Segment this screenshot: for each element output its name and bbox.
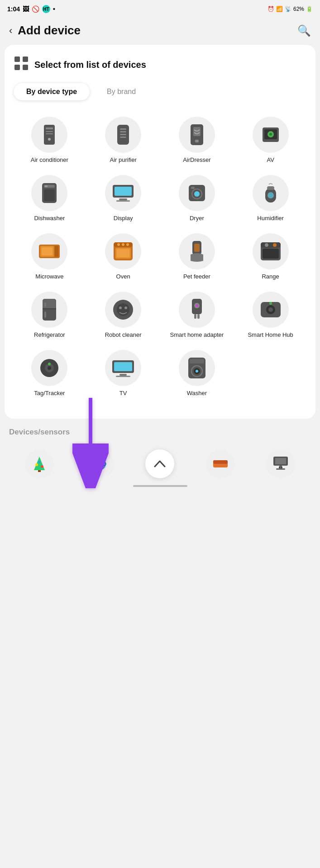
device-item-airdresser[interactable]: AirDresser [161,113,233,168]
svg-rect-48 [194,244,200,252]
tab-by-brand[interactable]: By brand [94,83,148,100]
refrigerator-icon [31,292,67,328]
svg-rect-5 [46,127,53,129]
device-item-smart-home-adapter[interactable]: Smart home adapter [161,288,233,343]
device-item-range[interactable]: Range [234,230,306,284]
device-item-smart-home-hub[interactable]: Smart Home Hub [234,288,306,343]
status-photo-icon: 🖼 [23,5,29,13]
header: ‹ Add device 🔍 [0,18,320,45]
svg-point-46 [126,243,129,246]
svg-point-92 [93,458,106,470]
device-item-av[interactable]: AV [234,113,306,168]
svg-point-20 [269,133,272,136]
pet-feeder-label: Pet feeder [183,273,210,281]
up-chevron-icon [145,449,174,478]
svg-rect-13 [120,137,126,138]
washer-icon [179,350,215,386]
svg-marker-87 [34,457,45,470]
holiday-icon [25,449,54,478]
device-item-washer[interactable]: Washer [161,346,233,401]
svg-point-84 [196,370,198,373]
svg-rect-65 [197,314,200,319]
signal-icon: 📡 [285,6,291,12]
section-title: Select from list of devices [34,60,146,70]
section-header: Select from list of devices [14,56,306,74]
av-label: AV [267,156,274,164]
device-item-dryer[interactable]: Dryer [161,171,233,226]
device-item-air-purifier[interactable]: Air purifier [87,113,159,168]
device-item-tv[interactable]: TV [87,346,159,401]
device-item-pet-feeder[interactable]: Pet feeder [161,230,233,284]
svg-rect-32 [191,187,195,189]
svg-point-74 [48,366,51,370]
svg-rect-27 [119,198,127,200]
svg-rect-101 [279,467,280,468]
pet-feeder-icon [179,233,215,269]
device-item-robot-cleaner[interactable]: Robot cleaner [87,288,159,343]
bottom-item-box[interactable] [206,449,235,478]
dishwasher-label: Dishwasher [34,215,65,222]
status-left: 1:04 🖼 🚫 HT • [7,5,55,13]
svg-rect-79 [116,376,130,377]
svg-point-31 [194,191,200,197]
svg-rect-50 [261,242,281,248]
svg-rect-2 [14,65,20,70]
svg-rect-77 [114,362,132,371]
air-conditioner-label: Air conditioner [31,156,68,164]
svg-rect-16 [195,140,199,142]
svg-rect-38 [55,246,58,257]
device-item-tag-tracker[interactable]: Tag/Tracker [14,346,86,401]
device-item-dishwasher[interactable]: Dishwasher [14,171,86,226]
svg-point-45 [122,243,124,246]
tv-icon [105,350,141,386]
svg-rect-0 [14,57,20,62]
search-button[interactable]: 🔍 [297,24,311,37]
sphere-icon [85,449,114,478]
display-label: Display [114,215,133,222]
av-icon [253,117,289,153]
bottom-item-monitor[interactable] [266,449,295,478]
refrigerator-label: Refrigerator [34,331,65,339]
svg-rect-11 [120,131,126,132]
svg-point-44 [117,243,120,246]
oven-label: Oven [116,273,130,281]
svg-point-8 [48,138,51,141]
back-button[interactable]: ‹ [9,25,12,37]
monitor-stand-icon [266,449,295,478]
dryer-label: Dryer [190,215,204,222]
bottom-item-circle[interactable] [85,449,114,478]
svg-rect-88 [38,470,41,472]
device-item-microwave[interactable]: Microwave [14,230,86,284]
battery-icon: 🔋 [306,6,313,12]
device-item-display[interactable]: Display [87,171,159,226]
airdresser-label: AirDresser [183,156,210,164]
device-grid: Air conditioner Air purifier [14,113,306,401]
wifi-icon: 📶 [276,6,283,12]
svg-rect-98 [275,458,286,464]
device-item-refrigerator[interactable]: Refrigerator [14,288,86,343]
svg-rect-71 [269,302,272,305]
svg-rect-24 [45,185,48,187]
svg-rect-26 [115,187,132,196]
washer-label: Washer [187,390,207,397]
svg-rect-57 [44,302,46,307]
tag-tracker-icon [31,350,67,386]
humidifier-icon [253,175,289,211]
smart-home-hub-label: Smart Home Hub [248,331,293,339]
svg-rect-6 [46,131,53,132]
device-item-air-conditioner[interactable]: Air conditioner [14,113,86,168]
display-icon [105,175,141,211]
svg-rect-39 [42,247,53,255]
device-item-humidifier[interactable]: Humidifier [234,171,306,226]
svg-point-61 [119,307,122,309]
svg-point-53 [273,243,277,247]
device-item-oven[interactable]: Oven [87,230,159,284]
range-icon [253,233,289,269]
bottom-item-up[interactable] [145,449,174,478]
svg-point-67 [196,304,198,307]
svg-rect-10 [120,128,126,130]
bottom-item-holiday[interactable] [25,449,54,478]
svg-rect-58 [44,311,46,318]
box-icon [206,449,235,478]
tab-by-device-type[interactable]: By device type [14,83,90,100]
